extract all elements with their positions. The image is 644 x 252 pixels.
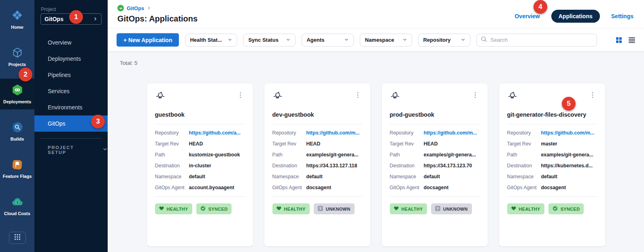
question-icon: ? xyxy=(318,206,323,212)
field-value-link[interactable]: https://github.com/m... xyxy=(306,130,362,136)
field-value: examples/git-genera... xyxy=(306,152,362,158)
tab-applications[interactable]: Applications xyxy=(551,10,600,23)
application-card-git-generator-files-discovery[interactable]: git-generator-files-discoveryRepositoryh… xyxy=(499,83,605,246)
list-view-button[interactable] xyxy=(629,37,635,43)
rail-item-feature-flags[interactable]: Feature Flags xyxy=(0,153,34,184)
main-area: GitOps GitOps: Applications OverviewAppl… xyxy=(108,0,644,252)
field-value: HEAD xyxy=(424,141,480,147)
status-badge-unknown: ?UNKNOWN xyxy=(314,203,355,214)
tab-settings[interactable]: Settings xyxy=(611,13,633,19)
field-label: Repository xyxy=(507,130,541,136)
search-input[interactable] xyxy=(490,37,593,43)
rail-item-label: Deployments xyxy=(3,99,31,104)
filter-agents[interactable]: Agents xyxy=(302,34,354,47)
kebab-menu-button[interactable] xyxy=(236,91,245,101)
sidebar-item-pipelines[interactable]: Pipelines xyxy=(34,67,108,83)
field-row-namespace: Namespacedefault xyxy=(507,174,597,179)
field-label: Destination xyxy=(155,163,189,169)
kebab-menu-button[interactable] xyxy=(588,91,597,101)
rail-item-label: Home xyxy=(11,25,23,30)
field-row-repository: Repositoryhttps://github.com/a... xyxy=(155,130,245,136)
check-circle-icon xyxy=(200,206,206,212)
grid-view-button[interactable] xyxy=(616,37,622,43)
filter-namespace[interactable]: Namespace xyxy=(360,34,412,47)
kebab-menu-button[interactable] xyxy=(471,91,480,101)
field-label: Namespace xyxy=(390,174,424,179)
field-value-link[interactable]: https://github.com/a... xyxy=(189,130,245,136)
project-setup-label: PROJECT SETUP xyxy=(48,145,92,155)
field-value: kustomize-guestbook xyxy=(189,152,245,158)
field-value-link[interactable]: https://github.com/m... xyxy=(424,130,480,136)
field-label: Destination xyxy=(507,163,541,169)
application-card-dev-guestbook[interactable]: dev-guestbookRepositoryhttps://github.co… xyxy=(264,83,370,246)
gitops-module-icon xyxy=(117,5,124,11)
sidebar-item-environments[interactable]: Environments xyxy=(34,99,108,115)
rail-item-label: Builds xyxy=(11,137,24,141)
field-value-link[interactable]: https://github.com/m... xyxy=(541,130,597,136)
card-divider xyxy=(507,196,597,197)
filter-repository[interactable]: Repository xyxy=(418,34,470,47)
field-value: default xyxy=(541,174,597,179)
field-label: Namespace xyxy=(272,174,306,179)
field-value: in-cluster xyxy=(189,163,245,169)
field-row-namespace: Namespacedefault xyxy=(155,174,245,179)
project-setup-toggle[interactable]: PROJECT SETUP xyxy=(34,145,108,155)
card-divider xyxy=(155,196,245,197)
field-label: Target Rev xyxy=(390,141,424,147)
field-label: Path xyxy=(390,152,424,158)
field-row-destination: Destinationhttps://34.133.127.118 xyxy=(272,163,362,169)
field-value: HEAD xyxy=(189,141,245,147)
annotation-badge-4: 4 xyxy=(533,0,547,14)
filter-label: Agents xyxy=(306,37,324,43)
module-grid-button[interactable] xyxy=(9,232,26,244)
sidebar-item-deployments[interactable]: Deployments xyxy=(34,51,108,67)
app-window: ❖HomeProjectsDeploymentsBuildsFeature Fl… xyxy=(0,0,644,252)
field-row-gitops-agent: GitOps Agentaccount.byoaagent xyxy=(155,185,245,190)
field-value: https://34.173.123.70 xyxy=(424,163,480,169)
field-row-destination: Destinationin-cluster xyxy=(155,163,245,169)
argocd-icon xyxy=(507,91,518,103)
rail-item-cloud-costs[interactable]: Cloud Costs xyxy=(0,190,34,221)
sidebar-item-overview[interactable]: Overview xyxy=(34,34,108,51)
module-rail-items: ❖HomeProjectsDeploymentsBuildsFeature Fl… xyxy=(0,4,34,228)
grid-menu-icon xyxy=(13,234,21,242)
kebab-menu-button[interactable] xyxy=(353,91,362,101)
status-badge-label: HEALTHY xyxy=(402,207,423,211)
annotation-badge-1: 1 xyxy=(69,10,83,24)
field-row-destination: Destinationhttps://kubernetes.d... xyxy=(507,163,597,169)
card-header xyxy=(272,91,362,103)
application-card-guestbook[interactable]: guestbookRepositoryhttps://github.com/a.… xyxy=(147,83,253,246)
field-row-target-rev: Target Revmaster xyxy=(507,141,597,147)
project-selector-value: GitOps xyxy=(45,16,93,22)
rail-item-home[interactable]: ❖Home xyxy=(0,4,34,35)
new-application-button[interactable]: + New Application xyxy=(117,33,179,47)
field-label: GitOps Agent xyxy=(155,185,189,190)
application-card-prod-guestbook[interactable]: prod-guestbookRepositoryhttps://github.c… xyxy=(382,83,488,246)
status-badge-healthy: HEALTHY xyxy=(155,203,192,214)
rail-item-label: Cloud Costs xyxy=(4,211,30,216)
field-label: GitOps Agent xyxy=(507,185,541,190)
field-row-destination: Destinationhttps://34.173.123.70 xyxy=(390,163,480,169)
rail-item-deployments[interactable]: Deployments xyxy=(0,79,34,109)
filter-sync-status[interactable]: Sync Status xyxy=(243,34,295,47)
module-rail: ❖HomeProjectsDeploymentsBuildsFeature Fl… xyxy=(0,0,34,252)
argocd-icon xyxy=(390,91,400,103)
argocd-icon xyxy=(155,91,166,103)
sidebar-item-services[interactable]: Services xyxy=(34,83,108,99)
field-row-repository: Repositoryhttps://github.com/m... xyxy=(507,130,597,136)
field-label: Namespace xyxy=(507,174,541,179)
filter-health-stat[interactable]: Health Stat... xyxy=(185,34,237,47)
field-value: account.byoaagent xyxy=(189,185,245,190)
field-label: Repository xyxy=(155,130,189,136)
card-header xyxy=(507,91,597,103)
breadcrumb-gitops-link[interactable]: GitOps xyxy=(127,5,144,11)
home-icon: ❖ xyxy=(11,9,23,22)
chevron-down-icon xyxy=(402,36,407,44)
deployments-icon xyxy=(11,83,24,96)
status-badges: HEALTHY?UNKNOWN xyxy=(390,203,480,214)
card-divider xyxy=(507,124,597,124)
rail-item-projects[interactable]: Projects xyxy=(0,41,34,72)
field-label: Repository xyxy=(390,130,424,136)
tab-overview[interactable]: Overview xyxy=(514,13,540,19)
rail-item-builds[interactable]: Builds xyxy=(0,116,34,147)
